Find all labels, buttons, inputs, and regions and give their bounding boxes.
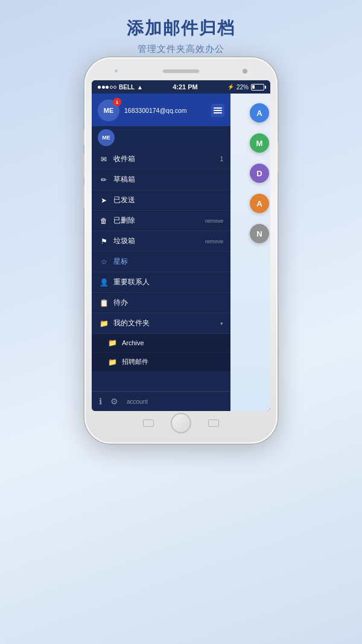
status-time: 4:21 PM xyxy=(173,83,198,91)
sidebar-item-label: Archive xyxy=(122,339,223,346)
folder-icon: 📁 xyxy=(99,319,109,328)
sent-icon: ➤ xyxy=(99,196,109,205)
signal-dots xyxy=(98,86,116,89)
sidebar-item-archive[interactable]: 📁 Archive xyxy=(92,334,230,352)
fab-a1[interactable]: A xyxy=(250,103,269,123)
sidebar-item-label: 垃圾箱 xyxy=(113,236,200,246)
status-left: BELL ▲ xyxy=(98,84,143,91)
fab-n[interactable]: N xyxy=(250,224,269,243)
trash-icon: 🗑 xyxy=(99,217,109,225)
subfolder-icon: 📁 xyxy=(107,358,117,366)
page-title-main: 添加邮件归档 xyxy=(0,17,362,40)
sidebar-item-label: 草稿箱 xyxy=(113,174,223,185)
home-button[interactable] xyxy=(171,413,191,433)
account-row[interactable]: ME xyxy=(92,126,230,149)
settings-icon[interactable]: ⚙ xyxy=(110,397,118,406)
fab-d[interactable]: D xyxy=(250,164,269,183)
signal-dot-1 xyxy=(98,86,101,89)
sidebar: ME 1 1683300174@qq.com ME xyxy=(92,94,230,411)
battery-icon xyxy=(251,84,264,91)
phone-navigation xyxy=(92,413,270,433)
avatar-small: ME xyxy=(98,129,115,146)
sidebar-item-label: 已发送 xyxy=(113,195,223,205)
fab-container: A M D A N xyxy=(247,94,270,253)
sidebar-email: 1683300174@qq.com xyxy=(124,107,206,114)
sidebar-header[interactable]: ME 1 1683300174@qq.com xyxy=(92,94,230,126)
menu-line-1 xyxy=(214,107,222,109)
sidebar-item-label: 星标 xyxy=(113,257,223,267)
account-label: account xyxy=(127,398,148,405)
status-right: ⚡ 22% xyxy=(227,84,264,91)
fab-m[interactable]: M xyxy=(250,133,269,153)
avatar-badge: 1 xyxy=(113,98,121,106)
phone-screen: BELL ▲ 4:21 PM ⚡ 22% ME xyxy=(92,80,270,411)
battery-percent: 22% xyxy=(237,84,249,91)
sidebar-item-inbox[interactable]: ✉ 收件箱 1 xyxy=(92,149,230,170)
signal-dot-3 xyxy=(106,86,109,89)
sidebar-item-label: 重要联系人 xyxy=(113,277,223,287)
remove-label: remove xyxy=(205,238,223,244)
sidebar-item-deleted[interactable]: 🗑 已删除 remove xyxy=(92,211,230,231)
phone-camera xyxy=(243,69,247,74)
sidebar-item-starred[interactable]: ☆ 星标 xyxy=(92,252,230,272)
sidebar-item-label: 收件箱 xyxy=(113,154,215,164)
sidebar-item-label: 已删除 xyxy=(113,215,200,226)
phone-speaker xyxy=(163,69,199,73)
sidebar-item-label: 待办 xyxy=(113,298,223,308)
chevron-down-icon: ▾ xyxy=(220,320,223,327)
sidebar-item-myfolder[interactable]: 📁 我的文件夹 ▾ xyxy=(92,313,230,334)
carrier-name: BELL xyxy=(119,84,135,91)
remove-label: remove xyxy=(205,218,223,224)
wifi-icon: ▲ xyxy=(137,84,143,91)
battery-fill xyxy=(252,85,255,89)
subfolder-icon: 📁 xyxy=(107,339,117,347)
sidebar-item-todo[interactable]: 📋 待办 xyxy=(92,293,230,313)
volume-up-button xyxy=(82,154,84,178)
phone-sensor xyxy=(115,69,118,72)
screen-right: A M D A N xyxy=(230,94,270,411)
power-button xyxy=(278,142,280,172)
avatar-label: ME xyxy=(104,107,114,114)
bluetooth-icon: ⚡ xyxy=(227,84,234,90)
inbox-badge: 1 xyxy=(220,156,223,162)
back-button[interactable] xyxy=(143,419,154,427)
star-icon: ☆ xyxy=(99,258,109,266)
info-icon[interactable]: ℹ xyxy=(99,397,102,406)
sidebar-item-label: 招聘邮件 xyxy=(122,357,223,366)
volume-down-button xyxy=(82,184,84,208)
phone-frame: BELL ▲ 4:21 PM ⚡ 22% ME xyxy=(84,57,278,444)
sidebar-item-contacts[interactable]: 👤 重要联系人 xyxy=(92,272,230,293)
recents-button[interactable] xyxy=(208,419,219,427)
menu-line-3 xyxy=(214,112,222,113)
signal-dot-4 xyxy=(110,86,113,89)
hamburger-icon[interactable] xyxy=(211,104,224,117)
phone-top-bar xyxy=(92,65,270,78)
menu-line-2 xyxy=(214,110,222,111)
sidebar-footer: ℹ ⚙ account xyxy=(92,391,230,411)
status-bar: BELL ▲ 4:21 PM ⚡ 22% xyxy=(92,80,270,94)
fab-a2[interactable]: A xyxy=(250,194,269,213)
volume-mute-button xyxy=(82,130,84,145)
page-title-sub: 管理文件夹高效办公 xyxy=(0,43,362,55)
drafts-icon: ✏ xyxy=(99,176,109,184)
sidebar-item-recruitment[interactable]: 📁 招聘邮件 xyxy=(92,352,230,372)
signal-dot-2 xyxy=(102,86,105,89)
sidebar-item-sent[interactable]: ➤ 已发送 xyxy=(92,190,230,211)
menu-list: ✉ 收件箱 1 ✏ 草稿箱 ➤ 已发送 🗑 已删除 xyxy=(92,149,230,391)
avatar[interactable]: ME 1 xyxy=(98,100,119,121)
sidebar-item-label: 我的文件夹 xyxy=(113,318,215,328)
spam-icon: ⚑ xyxy=(99,237,109,246)
signal-dot-5 xyxy=(113,86,116,89)
inbox-icon: ✉ xyxy=(99,155,109,164)
sidebar-item-drafts[interactable]: ✏ 草稿箱 xyxy=(92,170,230,190)
battery-box xyxy=(251,84,264,91)
sidebar-item-spam[interactable]: ⚑ 垃圾箱 remove xyxy=(92,231,230,252)
screen-content: ME 1 1683300174@qq.com ME xyxy=(92,94,270,411)
contacts-icon: 👤 xyxy=(99,278,109,287)
todo-icon: 📋 xyxy=(99,299,109,307)
